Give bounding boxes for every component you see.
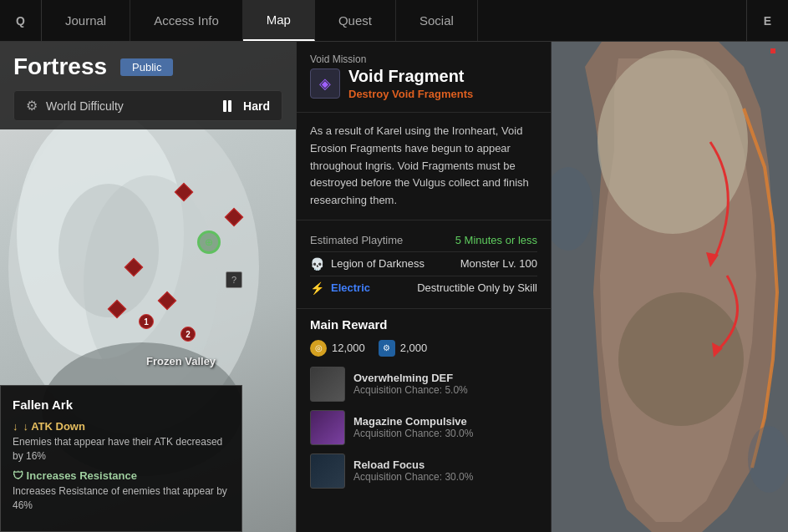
element-name: Electric	[331, 281, 370, 294]
mission-icon: ◈	[310, 68, 340, 99]
mission-title-group: Void Fragment Destroy Void Fragments	[348, 67, 473, 100]
reward-name-1: Overwhelming DEF	[353, 372, 468, 384]
difficulty-label: World Difficulty	[46, 99, 215, 113]
main-layout: Fortress Public ⚙ World Difficulty Hard	[0, 42, 788, 532]
element-info: ⚡ Electric	[310, 281, 370, 295]
reward-icon-2	[310, 410, 345, 445]
reward-chance-1: Acquisition Chance: 5.0%	[353, 384, 468, 396]
tab-access-info[interactable]: Access Info	[130, 0, 243, 41]
svg-point-9	[748, 426, 788, 493]
q-icon: Q	[16, 14, 25, 28]
middle-panel: Void Mission ◈ Void Fragment Destroy Voi…	[297, 42, 552, 532]
reward-info-3: Reload Focus Acquisition Chance: 30.0%	[353, 459, 473, 483]
map-marker-3[interactable]	[127, 261, 140, 274]
mission-description: As a result of Karel using the Ironheart…	[297, 113, 551, 220]
top-indicator-dot	[770, 48, 775, 53]
mission-subtitle: Destroy Void Fragments	[348, 88, 473, 100]
main-reward-title: Main Reward	[310, 317, 537, 332]
tab-map[interactable]: Map	[243, 0, 315, 41]
nav-icon-left[interactable]: Q	[0, 0, 42, 42]
resist-title: 🛡 Increases Resistance	[13, 469, 230, 482]
svg-point-3	[58, 184, 159, 317]
svg-point-6	[597, 50, 748, 234]
resist-desc: Increases Resistance of enemies that app…	[13, 484, 230, 513]
world-difficulty-icon: ⚙	[26, 98, 38, 114]
faction-row: 💀 Legion of Darkness Monster Lv. 100	[310, 252, 537, 276]
map-marker-2[interactable]	[227, 210, 241, 224]
left-panel: Fortress Public ⚙ World Difficulty Hard	[0, 42, 297, 532]
map-marker-4[interactable]	[160, 294, 174, 307]
tooltip-stat-resist: 🛡 Increases Resistance Increases Resista…	[13, 469, 230, 513]
blue-currency: ⚙ 2,000	[379, 340, 428, 357]
tooltip-title: Fallen Ark	[13, 398, 230, 412]
reward-chance-3: Acquisition Chance: 30.0%	[353, 471, 473, 483]
mission-icon-row: ◈ Void Fragment Destroy Void Fragments	[310, 67, 537, 100]
faction-level: Monster Lv. 100	[460, 257, 537, 270]
gold-currency: ◎ 12,000	[310, 340, 365, 357]
faction-info: 💀 Legion of Darkness	[310, 257, 425, 271]
map-marker-1[interactable]	[177, 185, 191, 199]
fallen-ark-tooltip: Fallen Ark ↓ ↓ ATK Down Enemies that app…	[0, 385, 242, 532]
difficulty-bars	[223, 100, 231, 112]
e-icon: E	[764, 14, 771, 28]
tooltip-stat-atk: ↓ ↓ ATK Down Enemies that appear have th…	[13, 420, 230, 464]
element-row: ⚡ Electric Destructible Only by Skill	[310, 276, 537, 300]
right-panel-map[interactable]: ⊕ R R Fallen Ark 🏃 ⊕	[552, 42, 788, 532]
faction-name: Legion of Darkness	[331, 257, 425, 270]
mission-header: Void Mission ◈ Void Fragment Destroy Voi…	[297, 42, 551, 113]
currency-row: ◎ 12,000 ⚙ 2,000	[310, 340, 537, 357]
difficulty-row: ⚙ World Difficulty Hard	[13, 90, 282, 121]
element-icon: ⚡	[310, 281, 324, 295]
difficulty-value: Hard	[243, 99, 270, 113]
tab-quest[interactable]: Quest	[315, 0, 396, 41]
gold-amount: 12,000	[332, 342, 365, 354]
gold-icon: ◎	[310, 340, 327, 357]
tab-social[interactable]: Social	[396, 0, 478, 41]
playtime-label: Estimated Playtime	[310, 234, 403, 246]
reward-name-3: Reload Focus	[353, 459, 473, 471]
fortress-title-row: Fortress Public	[13, 53, 282, 80]
difficulty-bar-1	[223, 100, 226, 112]
faction-icon: 💀	[310, 257, 324, 271]
reward-item-2: Magazine Compulsive Acquisition Chance: …	[310, 410, 537, 445]
difficulty-bar-2	[228, 100, 231, 112]
atk-down-title: ↓ ↓ ATK Down	[13, 420, 230, 433]
green-marker-left[interactable]: ⊕	[197, 231, 221, 254]
top-navigation: Q Journal Access Info Map Quest Social E	[0, 0, 788, 42]
reward-icon-3	[310, 453, 345, 489]
main-reward-section: Main Reward ◎ 12,000 ⚙ 2,000 Overwhelmin…	[297, 309, 551, 505]
tab-journal[interactable]: Journal	[42, 0, 130, 41]
mission-name: Void Fragment	[348, 67, 473, 86]
reward-item-3: Reload Focus Acquisition Chance: 30.0%	[310, 453, 537, 489]
map-marker-5[interactable]	[110, 302, 124, 316]
reward-chance-2: Acquisition Chance: 30.0%	[353, 428, 473, 439]
svg-point-7	[618, 292, 744, 426]
mission-type: Void Mission	[310, 53, 537, 65]
frozen-valley-label: Frozen Valley	[146, 355, 216, 367]
map-svg	[552, 42, 788, 532]
blue-amount: 2,000	[400, 342, 428, 354]
reward-info-2: Magazine Compulsive Acquisition Chance: …	[353, 415, 473, 439]
playtime-value: 5 Minutes or less	[455, 234, 537, 246]
reward-item-1: Overwhelming DEF Acquisition Chance: 5.0…	[310, 367, 537, 402]
element-desc: Destructible Only by Skill	[417, 281, 537, 294]
blue-icon: ⚙	[379, 340, 395, 357]
num-marker-1[interactable]: 1	[139, 314, 154, 329]
reward-name-2: Magazine Compulsive	[353, 415, 473, 428]
mission-stats: Estimated Playtime 5 Minutes or less 💀 L…	[297, 220, 551, 309]
atk-down-desc: Enemies that appear have their ATK decre…	[13, 435, 230, 464]
reward-icon-1	[310, 367, 345, 402]
playtime-row: Estimated Playtime 5 Minutes or less	[310, 229, 537, 252]
public-badge: Public	[120, 58, 173, 76]
reward-info-1: Overwhelming DEF Acquisition Chance: 5.0…	[353, 372, 468, 396]
num-marker-2[interactable]: 2	[180, 327, 196, 342]
nav-tabs: Journal Access Info Map Quest Social	[42, 0, 746, 41]
atk-down-icon: ↓	[13, 420, 18, 433]
question-marker[interactable]: ?	[226, 271, 242, 288]
nav-icon-right[interactable]: E	[746, 0, 788, 42]
fortress-title: Fortress	[13, 53, 107, 80]
